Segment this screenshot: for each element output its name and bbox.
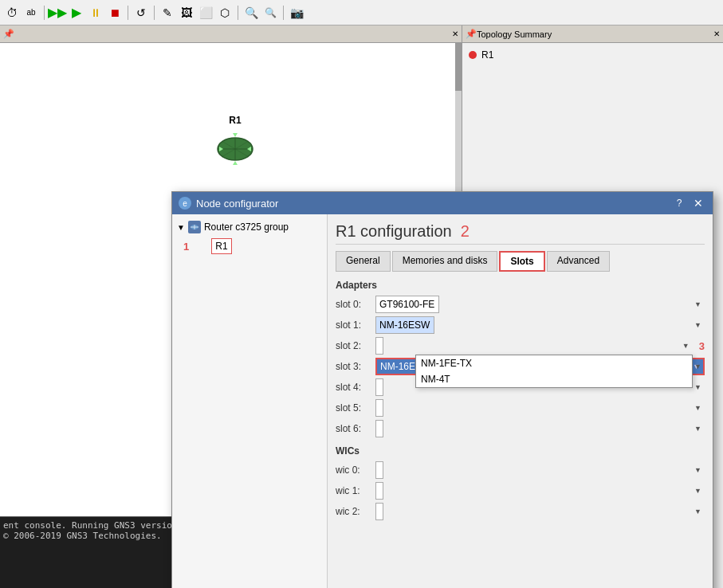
dialog-titlebar: e Node configurator ? ✕ (172, 192, 713, 214)
wic-2-wrapper (375, 503, 705, 520)
slot-row-0: slot 0: GT96100-FE (336, 296, 705, 313)
slot-3-label: slot 3: (336, 361, 375, 372)
wic-1-wrapper (375, 482, 705, 500)
wic-1-label: wic 1: (336, 485, 375, 496)
slot-6-select[interactable] (375, 420, 383, 437)
wics-section: WICs wic 0: wic 1: (336, 445, 705, 520)
slot-5-label: slot 5: (336, 402, 375, 414)
slot-6-label: slot 6: (336, 423, 375, 434)
wic-row-0: wic 0: (336, 461, 705, 479)
tree-group-icon (188, 221, 201, 233)
slot-4-select[interactable] (375, 378, 383, 396)
dialog-close-btn[interactable]: ✕ (690, 195, 706, 211)
wic-row-1: wic 1: (336, 482, 705, 500)
wic-1-select[interactable] (375, 482, 383, 500)
tab-advanced[interactable]: Advanced (547, 251, 610, 272)
slot-6-wrapper (375, 420, 705, 437)
slot-1-label: slot 1: (336, 319, 375, 331)
dropdown-item-nm1fetx[interactable]: NM-1FE-TX (416, 355, 692, 371)
node-configurator-dialog: e Node configurator ? ✕ ▼ Rou (171, 191, 713, 588)
dialog-app-icon: e (179, 197, 191, 210)
tab-memories[interactable]: Memories and disks (392, 251, 498, 272)
wic-0-wrapper (375, 461, 705, 479)
config-title: R1 configuration 2 (336, 222, 705, 245)
step1-badge: 1 (183, 241, 189, 253)
tree-item-r1[interactable]: R1 (211, 238, 231, 254)
slot-1-wrapper: NM-16ESW (375, 316, 705, 334)
slot-2-select[interactable] (375, 337, 383, 355)
slot-row-5: slot 5: (336, 399, 705, 417)
dropdown-item-nm4t[interactable]: NM-4T (416, 371, 692, 387)
adapters-section-title: Adapters (336, 280, 705, 291)
dialog-help-btn[interactable]: ? (671, 195, 687, 211)
wics-section-title: WICs (336, 445, 705, 457)
router-small-icon (190, 222, 199, 232)
dialog-title: Node configurator (196, 198, 671, 210)
step3-badge: 3 (699, 340, 705, 352)
config-tabs: General Memories and disks Slots Advance… (336, 251, 705, 272)
slot-row-6: slot 6: (336, 420, 705, 437)
wic-row-2: wic 2: (336, 503, 705, 520)
tab-general[interactable]: General (336, 251, 391, 272)
dialog-overlay: e Node configurator ? ✕ ▼ Rou (0, 0, 723, 588)
slot-row-2: slot 2: NM-1FE-TX NM-4T 3 (336, 337, 705, 355)
slot-4-label: slot 4: (336, 382, 375, 393)
slot-2-dropdown: NM-1FE-TX NM-4T (415, 355, 693, 388)
step2-badge: 2 (461, 222, 470, 240)
slot-row-1: slot 1: NM-16ESW (336, 316, 705, 334)
config-panel: R1 configuration 2 General Memories and … (328, 214, 713, 588)
wic-0-select[interactable] (375, 461, 383, 479)
wic-2-select[interactable] (375, 503, 383, 520)
slot-2-label: slot 2: (336, 340, 375, 351)
slot-0-select[interactable]: GT96100-FE (375, 296, 439, 313)
config-title-text: R1 configuration (336, 222, 452, 240)
wic-2-label: wic 2: (336, 506, 375, 517)
tree-group-router[interactable]: ▼ Router c3725 group (177, 219, 322, 235)
slot-5-wrapper (375, 399, 705, 417)
slot-0-label: slot 0: (336, 299, 375, 310)
slot-5-select[interactable] (375, 399, 383, 417)
wic-0-label: wic 0: (336, 465, 375, 476)
tree-arrow-icon: ▼ (177, 223, 185, 232)
tab-slots[interactable]: Slots (499, 251, 544, 272)
tree-group-label: Router c3725 group (204, 221, 289, 233)
slot-1-select[interactable]: NM-16ESW (375, 316, 434, 334)
slot-2-wrapper: NM-1FE-TX NM-4T (375, 337, 693, 355)
dialog-body: ▼ Router c3725 group 1 R1 (172, 214, 713, 588)
tree-panel: ▼ Router c3725 group 1 R1 (172, 214, 328, 588)
slot-0-wrapper: GT96100-FE (375, 296, 705, 313)
